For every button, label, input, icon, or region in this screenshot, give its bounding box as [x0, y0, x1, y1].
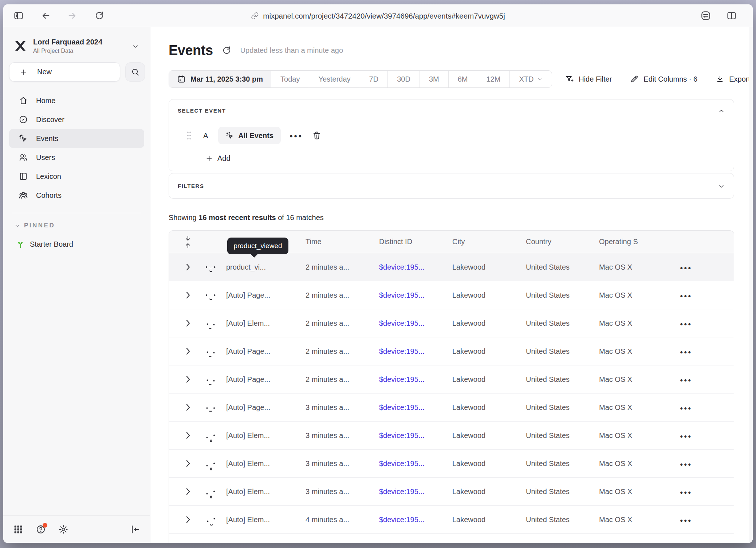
table-row[interactable]: [Auto] Page...2 minutes a...$device:195.…	[169, 281, 734, 309]
column-header-distinct-id[interactable]: Distinct ID	[379, 238, 452, 246]
table-row[interactable]: [Auto] Page...2 minutes a...$device:195.…	[169, 365, 734, 394]
event-name: [Auto] Elem...	[226, 488, 306, 496]
expand-row-icon[interactable]	[186, 375, 190, 383]
column-header-time[interactable]: Time	[306, 238, 379, 246]
expand-row-icon[interactable]	[186, 403, 190, 411]
all-events-chip[interactable]: All Events	[218, 127, 281, 144]
column-header-os[interactable]: Operating S	[599, 238, 673, 246]
table-row[interactable]: [Auto] Elem...3 minutes a...$device:195.…	[169, 450, 734, 478]
hide-filter-button[interactable]: Hide Filter	[565, 75, 612, 83]
collapse-sidebar-icon[interactable]	[130, 524, 141, 535]
event-os: Mac OS X	[599, 375, 673, 384]
reload-icon[interactable]	[94, 11, 105, 21]
sidebar-item-users[interactable]: Users	[9, 148, 144, 167]
date-segment-30d[interactable]: 30D	[387, 71, 420, 87]
expand-row-icon[interactable]	[186, 516, 190, 524]
row-more-options-icon[interactable]: ●●●	[680, 265, 692, 271]
table-row[interactable]: [Auto] Elem...4 minutes a...$device:195.…	[169, 506, 734, 534]
calendar-icon	[177, 75, 186, 83]
row-more-options-icon[interactable]: ●●●	[680, 433, 692, 439]
back-icon[interactable]	[40, 11, 51, 21]
add-event-button[interactable]: Add	[205, 154, 231, 163]
table-row[interactable]: [Auto] Page...2 minutes a...$device:195.…	[169, 337, 734, 365]
table-row[interactable]: [Auto] Elem...3 minutes a...$device:195.…	[169, 478, 734, 506]
row-more-options-icon[interactable]: ●●●	[680, 349, 692, 355]
date-segment-6m[interactable]: 6M	[448, 71, 477, 87]
expand-row-icon[interactable]	[186, 319, 190, 327]
expand-row-icon[interactable]	[186, 263, 190, 271]
project-switcher[interactable]: Lord Farquaad 2024 All Project Data	[14, 38, 141, 54]
refresh-icon[interactable]	[222, 46, 232, 55]
sidebar-toggle-icon[interactable]	[13, 11, 24, 21]
distinct-id-link[interactable]: $device:195...	[379, 403, 452, 412]
split-view-icon[interactable]	[727, 11, 737, 21]
distinct-id-link[interactable]: $device:195...	[379, 488, 452, 496]
expand-row-icon[interactable]	[186, 291, 190, 299]
row-more-options-icon[interactable]: ●●●	[680, 293, 692, 299]
distinct-id-link[interactable]: $device:195...	[379, 375, 452, 384]
row-more-options-icon[interactable]: ●●●	[680, 405, 692, 411]
row-more-options-icon[interactable]: ●●●	[680, 377, 692, 383]
expand-row-icon[interactable]	[186, 347, 190, 355]
table-row[interactable]: [Auto] Page...3 minutes a...$device:195.…	[169, 394, 734, 422]
distinct-id-link[interactable]: $device:195...	[379, 319, 452, 328]
pinned-item-starter-board[interactable]: Starter Board	[16, 240, 150, 248]
new-button[interactable]: New	[9, 62, 120, 82]
plus-icon	[20, 68, 28, 76]
sidebar-item-lexicon[interactable]: Lexicon	[9, 167, 144, 186]
event-name: [Auto] Elem...	[226, 459, 306, 468]
edit-columns-button[interactable]: Edit Columns · 6	[630, 75, 697, 83]
expand-row-icon[interactable]	[186, 459, 190, 467]
column-header-city[interactable]: City	[452, 238, 526, 246]
forward-icon[interactable]	[67, 11, 78, 21]
distinct-id-link[interactable]: $device:195...	[379, 516, 452, 524]
sidebar-item-events[interactable]: Events	[9, 129, 144, 148]
table-row[interactable]: [Auto] Elem...4 minutes a...$device:195.…	[169, 534, 734, 543]
scrollbar[interactable]	[749, 27, 753, 543]
date-range-selected[interactable]: Mar 11, 2025 3:30 pm	[169, 71, 271, 87]
more-options-icon[interactable]: ●●●	[290, 133, 303, 139]
cursor-icon	[19, 134, 28, 143]
drag-handle-icon[interactable]	[186, 131, 192, 140]
table-row[interactable]: [Auto] Elem...2 minutes a...$device:195.…	[169, 309, 734, 337]
page-settings-icon[interactable]	[701, 11, 711, 21]
date-segment-7d[interactable]: 7D	[360, 71, 388, 87]
event-country: United States	[526, 263, 599, 271]
results-summary: Showing 16 most recent results of 16 mat…	[169, 214, 324, 222]
distinct-id-link[interactable]: $device:195...	[379, 431, 452, 440]
address-bar[interactable]: mixpanel.com/project/3472420/view/397469…	[251, 4, 505, 27]
chevron-down-icon	[132, 43, 139, 50]
date-segment-yesterday[interactable]: Yesterday	[309, 71, 359, 87]
date-segment-xtd[interactable]: XTD	[509, 71, 552, 87]
project-subtitle: All Project Data	[33, 48, 102, 54]
sidebar-item-home[interactable]: Home	[9, 91, 144, 110]
pinned-section-header[interactable]: PINNED	[14, 222, 150, 229]
column-header-country[interactable]: Country	[526, 238, 599, 246]
expand-row-icon[interactable]	[186, 431, 190, 439]
project-name: Lord Farquaad 2024	[33, 38, 102, 47]
distinct-id-link[interactable]: $device:195...	[379, 347, 452, 356]
date-segment-12m[interactable]: 12M	[477, 71, 509, 87]
expand-collapse-all-icon[interactable]	[184, 235, 192, 249]
gear-icon[interactable]	[58, 524, 69, 535]
row-more-options-icon[interactable]: ●●●	[680, 489, 692, 495]
help-icon[interactable]	[35, 524, 46, 535]
chevron-down-icon[interactable]	[718, 183, 725, 190]
distinct-id-link[interactable]: $device:195...	[379, 291, 452, 300]
date-segment-today[interactable]: Today	[271, 71, 309, 87]
distinct-id-link[interactable]: $device:195...	[379, 459, 452, 468]
apps-grid-icon[interactable]	[13, 524, 24, 535]
distinct-id-link[interactable]: $device:195...	[379, 263, 452, 271]
export-button[interactable]: Export	[716, 75, 750, 83]
row-more-options-icon[interactable]: ●●●	[680, 321, 692, 327]
sidebar-item-cohorts[interactable]: Cohorts	[9, 186, 144, 205]
table-row[interactable]: [Auto] Elem...3 minutes a...$device:195.…	[169, 422, 734, 450]
date-segment-3m[interactable]: 3M	[420, 71, 448, 87]
sidebar-item-discover[interactable]: Discover	[9, 110, 144, 129]
expand-row-icon[interactable]	[186, 488, 190, 496]
chevron-up-icon[interactable]	[718, 107, 725, 115]
row-more-options-icon[interactable]: ●●●	[680, 517, 692, 523]
trash-icon[interactable]	[312, 131, 322, 140]
search-button[interactable]	[125, 62, 145, 82]
row-more-options-icon[interactable]: ●●●	[680, 461, 692, 467]
